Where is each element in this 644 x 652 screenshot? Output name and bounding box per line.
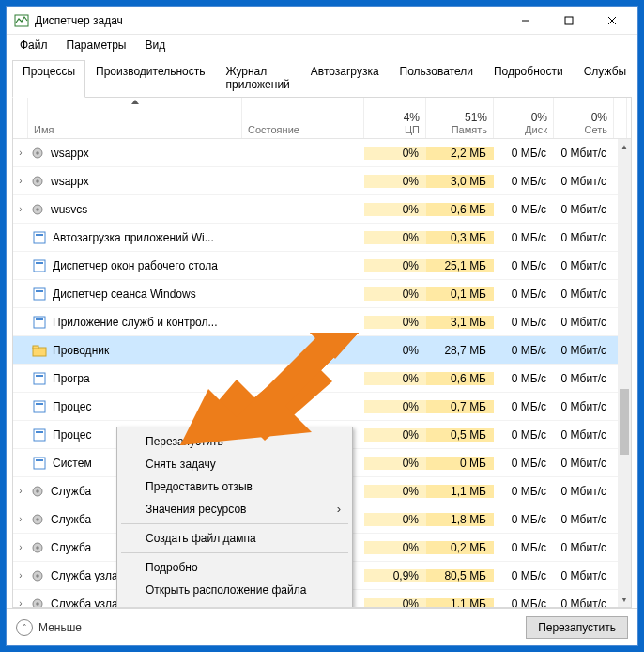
disk-cell: 0 МБ/с	[494, 569, 554, 582]
col-net-label: Сеть	[585, 124, 607, 135]
table-row[interactable]: Автозагрузка приложений Wi...0%0,3 МБ0 М…	[13, 224, 631, 252]
col-memory[interactable]: 51% Память	[426, 98, 494, 138]
expand-toggle[interactable]: ›	[13, 204, 28, 214]
col-disk-pct: 0%	[531, 111, 547, 124]
network-cell: 0 Мбит/с	[554, 259, 614, 272]
scroll-up-button[interactable]: ▲	[618, 139, 631, 154]
network-cell: 0 Мбит/с	[554, 175, 614, 188]
svg-rect-20	[33, 346, 38, 349]
cpu-cell: 0%	[364, 175, 426, 188]
process-name: wsappx	[51, 147, 89, 160]
cpu-cell: 0%	[364, 372, 426, 385]
expand-toggle[interactable]: ›	[13, 147, 28, 158]
memory-cell: 2,2 МБ	[426, 147, 494, 160]
process-name: wsappx	[51, 175, 89, 188]
restart-button[interactable]: Перезапустить	[526, 616, 628, 639]
col-cpu[interactable]: 4% ЦП	[364, 98, 426, 138]
scroll-down-button[interactable]: ▼	[618, 592, 631, 607]
ctx-search-online[interactable]: Поиск в Интернете	[119, 601, 350, 608]
tab-details[interactable]: Подробности	[483, 60, 574, 98]
expand-toggle[interactable]: ›	[13, 176, 28, 186]
tab-users[interactable]: Пользователи	[390, 60, 483, 98]
maximize-button[interactable]	[547, 8, 590, 34]
col-status[interactable]: Состояние	[242, 98, 364, 138]
ctx-separator-1	[121, 523, 348, 524]
disk-cell: 0 МБ/с	[494, 259, 554, 272]
col-name[interactable]: Имя	[28, 98, 242, 138]
scroll-thumb[interactable]	[620, 389, 629, 455]
memory-cell: 1,1 МБ	[426, 598, 494, 609]
cpu-cell: 0%	[364, 147, 426, 160]
cpu-cell: 0%	[364, 287, 426, 301]
table-row[interactable]: Проводник0%28,7 МБ0 МБ/с0 Мбит/с	[13, 336, 631, 365]
table-row[interactable]: ›wsappx0%3,0 МБ0 МБ/с0 Мбит/с	[13, 167, 631, 195]
close-button[interactable]	[590, 8, 634, 34]
table-row[interactable]: Програ0%0,6 МБ0 МБ/с0 Мбит/с	[13, 365, 631, 393]
col-cpu-label: ЦП	[405, 124, 420, 135]
process-name: Служба	[51, 541, 91, 554]
process-name-cell: Процес	[28, 399, 242, 414]
expand-toggle[interactable]: ›	[13, 570, 28, 581]
ctx-restart[interactable]: Перезапустить	[119, 430, 350, 453]
expand-toggle[interactable]: ›	[13, 514, 28, 524]
disk-cell: 0 МБ/с	[494, 344, 554, 357]
table-row[interactable]: Диспетчер окон рабочего стола0%25,1 МБ0 …	[13, 252, 631, 280]
svg-point-6	[36, 151, 39, 155]
expand-toggle[interactable]: ›	[13, 486, 28, 496]
col-network[interactable]: 0% Сеть	[554, 98, 614, 138]
gear-icon	[30, 512, 45, 527]
col-disk-label: Диск	[525, 124, 547, 135]
gear-icon	[30, 568, 45, 583]
cpu-cell: 0%	[364, 457, 426, 470]
tab-app-history[interactable]: Журнал приложений	[216, 60, 300, 98]
tab-processes[interactable]: Процессы	[12, 60, 85, 98]
ctx-feedback[interactable]: Предоставить отзыв	[119, 475, 350, 498]
svg-point-36	[36, 574, 39, 578]
memory-cell: 0,7 МБ	[426, 400, 494, 413]
ctx-end-task[interactable]: Снять задачу	[119, 453, 350, 475]
disk-cell: 0 МБ/с	[494, 598, 554, 609]
table-row[interactable]: Диспетчер сеанса Windows0%0,1 МБ0 МБ/с0 …	[13, 280, 631, 308]
vertical-scrollbar[interactable]: ▲ ▼	[618, 139, 631, 607]
memory-cell: 0,5 МБ	[426, 428, 494, 442]
expand-toggle[interactable]: ›	[13, 542, 28, 552]
process-table: Имя Состояние 4% ЦП 51% Память 0% Диск 0…	[12, 98, 632, 608]
tab-performance[interactable]: Производительность	[85, 60, 215, 98]
table-row[interactable]: ›wsappx0%2,2 МБ0 МБ/с0 Мбит/с	[13, 139, 631, 167]
process-name-cell: Автозагрузка приложений Wi...	[28, 230, 242, 245]
scroll-track[interactable]	[618, 154, 631, 592]
minimize-button[interactable]	[504, 8, 547, 34]
memory-cell: 3,1 МБ	[426, 316, 494, 329]
table-row[interactable]: Приложение служб и контрол...0%3,1 МБ0 М…	[13, 308, 631, 336]
app-icon	[32, 258, 47, 273]
cpu-cell: 0%	[364, 231, 426, 244]
menu-file[interactable]: Файл	[12, 37, 55, 54]
ctx-create-dump[interactable]: Создать файл дампа	[119, 527, 350, 550]
tab-services[interactable]: Службы	[574, 60, 636, 98]
expand-toggle[interactable]: ›	[13, 598, 28, 608]
tab-startup[interactable]: Автозагрузка	[300, 60, 390, 98]
network-cell: 0 Мбит/с	[554, 428, 614, 442]
ctx-open-location[interactable]: Открыть расположение файла	[119, 579, 350, 601]
ctx-details[interactable]: Подробно	[119, 556, 350, 579]
process-name: Диспетчер сеанса Windows	[53, 287, 196, 301]
cpu-cell: 0,9%	[364, 569, 426, 582]
svg-rect-2	[565, 17, 573, 24]
menu-options[interactable]: Параметры	[59, 37, 134, 54]
network-cell: 0 Мбит/с	[554, 147, 614, 160]
table-row[interactable]: ›wusvcs0%0,6 МБ0 МБ/с0 Мбит/с	[13, 195, 631, 224]
table-row[interactable]: Процес0%0,7 МБ0 МБ/с0 Мбит/с	[13, 393, 631, 421]
process-name: Систем	[53, 457, 92, 470]
process-name: Диспетчер окон рабочего стола	[53, 259, 218, 272]
ctx-resource-values[interactable]: Значения ресурсов	[119, 498, 350, 520]
app-icon	[32, 230, 47, 245]
col-disk[interactable]: 0% Диск	[494, 98, 554, 138]
process-name-cell: wusvcs	[28, 202, 242, 217]
disk-cell: 0 МБ/с	[494, 541, 554, 554]
svg-rect-25	[34, 429, 45, 441]
app-icon	[32, 371, 47, 386]
fewer-details-toggle[interactable]: ˄ Меньше	[16, 619, 82, 636]
menu-view[interactable]: Вид	[137, 37, 173, 54]
col-net-pct: 0%	[591, 111, 607, 124]
memory-cell: 25,1 МБ	[426, 259, 494, 272]
